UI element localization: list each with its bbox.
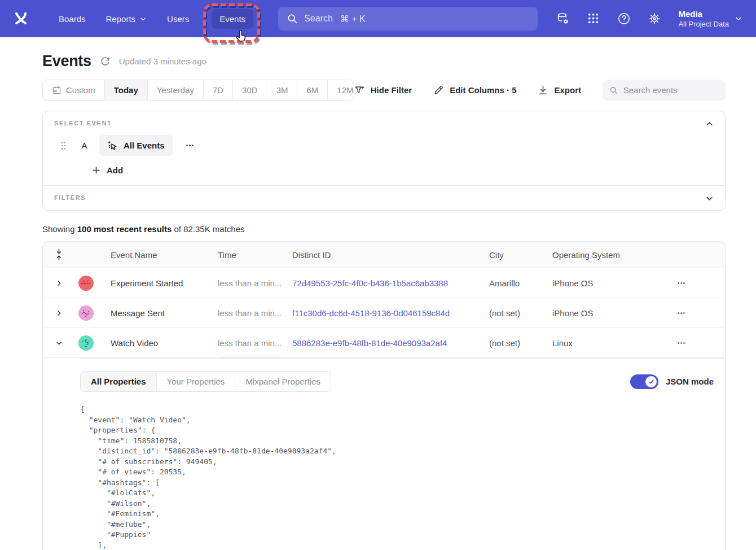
cell-city: Amarillo	[489, 278, 552, 288]
hide-filter-button[interactable]: Hide Filter	[354, 85, 412, 95]
search-events-field[interactable]	[603, 80, 726, 101]
refresh-button[interactable]	[100, 56, 111, 67]
column-header-event-name[interactable]: Event Name	[111, 250, 218, 260]
settings-gear-icon[interactable]	[648, 12, 661, 25]
cell-os: Linux	[552, 338, 637, 348]
refresh-icon	[100, 56, 111, 67]
global-search-input[interactable]: Search ⌘ + K	[278, 7, 538, 30]
chevron-down-icon	[139, 15, 147, 23]
event-detail-panel: All Properties Your Properties Mixpanel …	[80, 358, 725, 550]
date-range-custom[interactable]: Custom	[43, 80, 105, 100]
event-more-options-button[interactable]	[183, 138, 197, 152]
row-expand-button[interactable]	[52, 307, 65, 320]
date-range-3m[interactable]: 3M	[267, 80, 298, 100]
detail-header: All Properties Your Properties Mixpanel …	[80, 371, 714, 392]
chevron-up-icon	[705, 120, 714, 128]
cell-os: iPhone OS	[552, 278, 637, 288]
row-expand-button[interactable]	[52, 277, 65, 290]
mixpanel-logo-icon	[12, 10, 29, 27]
nav-item-users[interactable]: Users	[159, 9, 197, 29]
all-events-sparkle-cursor-icon	[107, 140, 118, 151]
cell-event-name: Experiment Started	[111, 278, 218, 288]
edit-columns-button[interactable]: Edit Columns · 5	[433, 85, 516, 95]
properties-tabs: All Properties Your Properties Mixpanel …	[80, 371, 331, 392]
nav-item-reports-label: Reports	[106, 14, 136, 24]
row-menu-button[interactable]	[673, 335, 689, 351]
add-event-button[interactable]: Add	[91, 165, 123, 175]
help-icon[interactable]	[617, 12, 631, 25]
table-row-expanded[interactable]: Watch Video less than a min... 5886283e-…	[43, 328, 725, 358]
row-menu-button[interactable]	[673, 305, 689, 321]
date-range-7d[interactable]: 7D	[204, 80, 233, 100]
event-avatar	[78, 276, 94, 291]
cell-os: iPhone OS	[552, 308, 637, 318]
export-button[interactable]: Export	[538, 85, 581, 95]
date-range-30d[interactable]: 30D	[233, 80, 267, 100]
download-icon	[538, 85, 548, 95]
chevron-down-icon	[735, 15, 742, 23]
table-row[interactable]: Message Sent less than a min... f11c30d6…	[43, 298, 725, 328]
main-content: Events Updated 3 minutes ago Custom Toda…	[0, 37, 756, 550]
date-range-selector: Custom Today Yesterday 7D 30D 3M 6M 12M	[42, 80, 354, 101]
nav-item-reports[interactable]: Reports	[98, 9, 155, 29]
check-icon	[648, 378, 654, 385]
tab-your-properties[interactable]: Your Properties	[157, 372, 236, 391]
table-row[interactable]: Experiment Started less than a min... 72…	[43, 268, 725, 298]
expand-collapse-all-icon[interactable]	[55, 248, 63, 261]
row-collapse-button[interactable]	[52, 337, 65, 350]
cell-time: less than a min...	[218, 338, 292, 348]
column-header-distinct-id[interactable]: Distinct ID	[292, 250, 489, 260]
nav-item-boards[interactable]: Boards	[51, 9, 94, 29]
navbar-right-group: Media All Project Data	[556, 8, 742, 29]
tab-mixpanel-properties[interactable]: Mixpanel Properties	[235, 372, 331, 391]
cell-distinct-id-link[interactable]: 72d49553-25fc-4f0c-b436-1b5ac6ab3388	[292, 278, 489, 288]
column-header-time[interactable]: Time	[218, 250, 292, 260]
project-name: Media	[678, 8, 729, 19]
edit-columns-label: Edit Columns · 5	[450, 85, 516, 95]
plus-icon	[91, 165, 101, 175]
nav-events-wrapper: Events	[212, 9, 253, 29]
column-header-city[interactable]: City	[489, 250, 552, 260]
event-selector-chip[interactable]: All Events	[99, 135, 173, 156]
nav-item-events[interactable]: Events	[212, 9, 253, 29]
mixpanel-logo[interactable]	[12, 10, 29, 27]
expand-filters-button[interactable]	[703, 192, 716, 207]
filters-heading: FILTERS	[54, 194, 714, 201]
event-avatar	[78, 305, 94, 321]
cell-city: (not set)	[489, 308, 552, 318]
event-selector-label: All Events	[124, 141, 165, 150]
cell-distinct-id-link[interactable]: 5886283e-e9fb-48fb-81de-40e9093a2af4	[292, 338, 489, 348]
event-json-viewer[interactable]: { "event": "Watch Video", "properties": …	[80, 404, 714, 550]
drag-handle-icon[interactable]	[59, 141, 68, 151]
ellipsis-icon	[676, 338, 686, 348]
apps-grid-icon[interactable]	[587, 12, 600, 25]
search-events-input[interactable]	[623, 85, 719, 95]
project-selector[interactable]: Media All Project Data	[678, 8, 742, 29]
collapse-section-button[interactable]	[703, 117, 716, 133]
cell-distinct-id-link[interactable]: f11c30d6-dc6d-4518-9136-0d046159c84d	[292, 308, 489, 318]
column-header-os[interactable]: Operating System	[552, 250, 637, 260]
date-range-custom-label: Custom	[66, 85, 95, 95]
select-event-heading: SELECT EVENT	[54, 120, 714, 126]
controls-row: Custom Today Yesterday 7D 30D 3M 6M 12M …	[42, 80, 726, 101]
calendar-icon	[52, 85, 61, 95]
date-range-yesterday[interactable]: Yesterday	[148, 80, 204, 100]
tab-all-properties[interactable]: All Properties	[81, 372, 157, 391]
row-menu-button[interactable]	[673, 275, 689, 291]
chevron-right-icon	[55, 280, 63, 287]
cell-time: less than a min...	[218, 278, 292, 288]
date-range-6m[interactable]: 6M	[297, 80, 328, 100]
ellipsis-icon	[676, 308, 686, 318]
json-mode-toggle[interactable]	[630, 374, 658, 389]
results-suffix: of 82.35K matches	[172, 224, 244, 234]
ellipsis-icon	[185, 141, 195, 150]
export-label: Export	[554, 85, 581, 95]
event-avatar	[78, 335, 94, 351]
date-range-today[interactable]: Today	[105, 80, 148, 100]
project-subtitle: All Project Data	[678, 19, 729, 29]
data-management-icon[interactable]	[556, 12, 570, 25]
events-table: Event Name Time Distinct ID City Operati…	[42, 241, 726, 550]
date-range-12m[interactable]: 12M	[328, 80, 354, 100]
pencil-icon	[433, 85, 444, 95]
toggle-knob	[645, 376, 657, 387]
